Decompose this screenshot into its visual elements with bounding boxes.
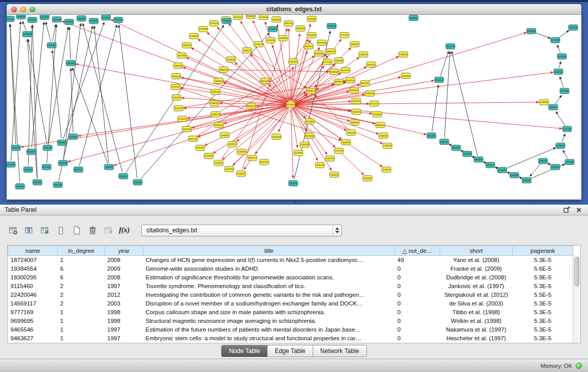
graph-node[interactable]: 1593583	[307, 16, 316, 21]
graph-edge[interactable]	[28, 39, 47, 144]
close-window-icon[interactable]	[11, 7, 17, 12]
graph-node[interactable]: 1808161	[219, 67, 228, 73]
graph-edge[interactable]	[535, 33, 550, 38]
graph-node[interactable]: 2057005	[66, 60, 75, 66]
graph-node[interactable]: 5572231	[233, 15, 243, 19]
table-cell[interactable]: 9777169	[8, 308, 58, 317]
graph-node[interactable]: 2133627	[64, 19, 74, 25]
table-row[interactable]: 2242004622012Investigating the contribut…	[8, 291, 573, 299]
graph-node[interactable]: 2309391	[278, 35, 288, 41]
graph-node[interactable]: 1593581	[539, 99, 549, 105]
table-row[interactable]: 911546021997Tourette syndrome. Phenomeno…	[8, 282, 573, 291]
table-cell[interactable]: 0	[395, 334, 440, 343]
tab-network-table[interactable]: Network Table	[313, 345, 366, 357]
table-cell[interactable]: 9699695	[8, 317, 58, 325]
graph-node[interactable]: 1902895	[52, 16, 61, 22]
graph-node[interactable]: 2056063	[43, 145, 52, 150]
graph-node[interactable]: 1245841	[510, 172, 519, 178]
graph-node[interactable]: 1856991	[350, 120, 359, 125]
graph-node[interactable]: 1308411	[214, 122, 224, 128]
graph-node[interactable]: 9275443	[557, 54, 567, 59]
row-selector-icon[interactable]	[54, 224, 68, 237]
graph-node[interactable]: 1799936	[23, 31, 32, 37]
table-cell[interactable]: Changes of HCN gene expression and I(f) …	[143, 256, 395, 265]
table-cell[interactable]: 0	[395, 317, 440, 325]
graph-node[interactable]: 2109211	[254, 41, 263, 47]
graph-node[interactable]: 18300295	[260, 78, 270, 83]
graph-node[interactable]: 9463627	[334, 79, 343, 84]
graph-node[interactable]: 7485021	[326, 49, 336, 54]
table-cell[interactable]: 0	[395, 291, 440, 299]
graph-node[interactable]: 1216121	[352, 98, 361, 104]
table-cell[interactable]: 0	[395, 282, 440, 291]
table-cell[interactable]: 0	[395, 325, 440, 334]
table-row[interactable]: 946362711997Embryonic stem cells: a mode…	[8, 334, 573, 343]
graph-edge[interactable]	[187, 105, 287, 118]
table-cell[interactable]: 5.3E-5	[513, 325, 573, 334]
graph-node[interactable]: 1554921	[346, 130, 356, 136]
graph-node[interactable]: 1125434	[268, 26, 277, 32]
graph-node[interactable]: 15134645	[305, 133, 315, 139]
graph-edge[interactable]	[217, 27, 288, 102]
table-cell[interactable]: 5.5E-5	[513, 291, 573, 299]
table-cell[interactable]: Tibbo et al. (1998)	[440, 308, 513, 317]
graph-edge[interactable]	[46, 22, 51, 41]
graph-node[interactable]: 1254591	[300, 142, 309, 147]
graph-node[interactable]: 2206058	[199, 26, 208, 32]
graph-node[interactable]: 8996951	[376, 122, 385, 128]
graph-node[interactable]: 1850381	[401, 73, 410, 79]
table-cell[interactable]: Stergiakouli et al. (2012)	[440, 291, 513, 299]
graph-node[interactable]: 9862924	[451, 145, 461, 150]
table-cell[interactable]: 9463627	[8, 334, 58, 343]
graph-node[interactable]: 1505660	[89, 18, 98, 24]
table-cell[interactable]: 0	[395, 273, 440, 282]
graph-node[interactable]: 1593501	[549, 104, 558, 110]
show-columns-icon[interactable]	[22, 224, 36, 237]
graph-node[interactable]: 1908044	[226, 57, 235, 62]
table-cell[interactable]: 5.3E-5	[513, 334, 573, 343]
graph-edge[interactable]	[562, 134, 565, 142]
graph-node[interactable]: 3067131	[188, 136, 198, 142]
table-cell[interactable]: Genome-wide association studies in ADHD.	[143, 265, 395, 273]
table-cell[interactable]: 5.9E-5	[513, 273, 573, 282]
table-cell[interactable]: 1	[58, 334, 105, 343]
graph-node[interactable]: 1685461	[350, 87, 359, 93]
graph-node[interactable]: 1815661	[74, 167, 83, 172]
graph-node[interactable]: 2209301	[266, 37, 275, 43]
graph-edge[interactable]	[563, 150, 568, 159]
graph-edge[interactable]	[213, 107, 287, 154]
table-cell[interactable]: 19384554	[8, 265, 58, 273]
table-cell[interactable]: 2003	[105, 299, 143, 308]
table-cell[interactable]: 0	[395, 299, 440, 308]
close-panel-icon[interactable]: ✕	[574, 206, 583, 214]
table-selector-dropdown[interactable]: citations_edges.txt	[141, 225, 342, 236]
graph-node[interactable]: 9115460	[305, 119, 314, 124]
network-view[interactable]: 1872400719683311257432146625518544231220…	[7, 15, 581, 200]
table-cell[interactable]: 5.3E-5	[513, 256, 573, 265]
table-cell[interactable]: 6	[58, 273, 105, 282]
graph-edge[interactable]	[560, 77, 563, 87]
graph-node[interactable]: 1275421	[178, 116, 187, 122]
graph-node[interactable]: 1055813	[307, 32, 316, 38]
graph-node[interactable]: 1708051	[214, 78, 223, 83]
new-column-icon[interactable]	[38, 224, 52, 237]
graph-node[interactable]: 14569117	[247, 103, 256, 109]
graph-edge[interactable]	[530, 164, 540, 177]
table-cell[interactable]: Embryonic stem cells: a model to study s…	[143, 334, 395, 343]
graph-node[interactable]: 1973414	[317, 40, 326, 46]
column-header-title[interactable]: title	[143, 246, 395, 256]
table-cell[interactable]: Nakamura et al. (1997)	[440, 325, 513, 334]
graph-node[interactable]: 1847463	[463, 151, 472, 157]
graph-node[interactable]: 1154491	[373, 112, 382, 117]
zoom-window-icon[interactable]	[30, 7, 35, 12]
table-cell[interactable]: 1997	[105, 282, 143, 291]
graph-edge[interactable]	[559, 31, 569, 38]
graph-node[interactable]: 19384554	[307, 88, 316, 94]
table-row[interactable]: 969969511998Structural magnetic resonanc…	[8, 317, 573, 325]
graph-node[interactable]: 1945011	[330, 172, 339, 178]
table-cell[interactable]: 49	[395, 256, 440, 265]
graph-node[interactable]: 2204431	[352, 109, 361, 115]
graph-node[interactable]: 1854423	[171, 74, 181, 79]
graph-node[interactable]: 1968331	[182, 42, 191, 48]
graph-edge[interactable]	[61, 21, 287, 103]
